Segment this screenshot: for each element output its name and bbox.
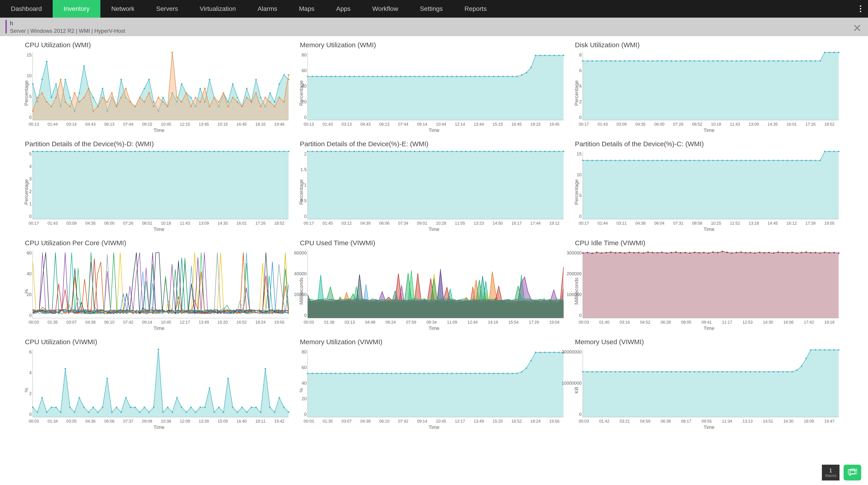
svg-point-129: [386, 76, 388, 77]
svg-point-442: [815, 252, 816, 253]
chart-box[interactable]: KB2000000010000000000:0301:4203:2104:590…: [573, 347, 845, 433]
chart-box[interactable]: Percentage21.510.5000:1701:4503:1204:390…: [298, 149, 570, 235]
svg-point-123: [358, 76, 360, 77]
svg-point-169: [587, 60, 588, 62]
svg-point-331: [544, 151, 546, 152]
svg-point-68: [88, 88, 89, 89]
svg-point-323: [507, 151, 508, 152]
nav-maps[interactable]: Maps: [288, 0, 325, 18]
svg-point-215: [801, 60, 802, 62]
svg-point-143: [451, 76, 453, 77]
panel-part_e: Partition Details of the Device(%)-E: (W…: [298, 138, 570, 235]
nav-apps[interactable]: Apps: [326, 0, 362, 18]
svg-point-350: [647, 160, 649, 161]
chart-box[interactable]: Percentage8642000:1701:4303:0904:3506:00…: [573, 50, 845, 136]
svg-point-395: [596, 252, 597, 253]
svg-point-147: [470, 76, 471, 77]
svg-point-537: [461, 373, 462, 374]
svg-point-605: [792, 371, 793, 373]
svg-point-299: [396, 151, 397, 152]
panel-cpu_used: CPU Used Time (VIWMI)Milliseconds6000040…: [298, 237, 570, 334]
nav-alarms[interactable]: Alarms: [247, 0, 288, 18]
svg-point-25: [148, 79, 150, 80]
chart-box[interactable]: Percentage15105000:1701:4403:1104:3806:0…: [573, 149, 845, 235]
nav-inventory[interactable]: Inventory: [53, 0, 100, 18]
svg-point-253: [167, 151, 168, 152]
svg-point-352: [656, 160, 658, 161]
chart-box[interactable]: Percentage15105000:1301:4403:1404:4306:1…: [23, 50, 295, 136]
plot-area: 604020000:0301:3503:0704:3806:1007:4209:…: [33, 250, 288, 318]
nav-settings[interactable]: Settings: [409, 0, 454, 18]
svg-point-421: [717, 252, 718, 253]
svg-point-200: [731, 60, 732, 62]
chart-box[interactable]: Percentage80604020000:1301:4303:1304:430…: [298, 50, 570, 136]
svg-point-280: [307, 151, 309, 152]
svg-point-190: [684, 60, 686, 62]
svg-point-166: [558, 55, 560, 56]
nav-servers[interactable]: Servers: [145, 0, 189, 18]
svg-point-222: [833, 52, 835, 53]
svg-point-65: [74, 92, 75, 94]
svg-point-160: [530, 67, 532, 68]
chart-box[interactable]: Milliseconds300000200000100000000:0301:4…: [573, 248, 845, 334]
alarms-badge[interactable]: 1 Alarms: [822, 465, 839, 481]
nav-dashboard[interactable]: Dashboard: [0, 0, 53, 18]
svg-point-576: [656, 371, 658, 373]
svg-point-197: [717, 60, 718, 62]
svg-point-507: [321, 373, 322, 374]
svg-point-49: [260, 97, 261, 98]
x-axis-label: Time: [154, 325, 164, 331]
x-ticks: 00:0301:3503:0704:3806:1007:4209:1410:45…: [308, 419, 563, 424]
svg-point-141: [442, 76, 443, 77]
svg-point-571: [633, 371, 635, 373]
x-ticks: 00:0301:3403:0504:3606:0607:3709:0810:38…: [33, 419, 288, 424]
svg-point-486: [209, 387, 210, 389]
svg-point-496: [255, 407, 257, 408]
chart-box[interactable]: %642000:0301:3403:0504:3606:0607:3709:08…: [23, 347, 295, 433]
svg-point-34: [190, 97, 192, 98]
svg-point-577: [661, 371, 663, 373]
svg-point-238: [97, 151, 99, 152]
chart-svg: [583, 250, 839, 318]
svg-point-69: [92, 110, 94, 111]
svg-point-606: [796, 369, 798, 371]
x-ticks: 00:0301:4203:2104:5906:3808:1709:5511:34…: [583, 419, 839, 424]
svg-point-488: [218, 407, 220, 408]
plot-area: 80604020000:1301:4303:1304:4306:1307:440…: [308, 53, 563, 120]
chat-button[interactable]: [844, 465, 861, 481]
svg-point-8: [69, 97, 71, 98]
chart-box[interactable]: Percentage54321000:1701:4303:0904:3506:0…: [23, 149, 295, 235]
svg-point-518: [372, 373, 374, 374]
svg-point-615: [838, 349, 839, 351]
svg-point-445: [829, 252, 830, 253]
svg-point-431: [763, 252, 765, 253]
nav-network[interactable]: Network: [100, 0, 145, 18]
svg-point-434: [777, 252, 779, 253]
svg-point-306: [428, 151, 430, 152]
svg-point-260: [199, 151, 201, 152]
kebab-menu-icon[interactable]: [853, 5, 868, 12]
svg-point-86: [172, 52, 173, 53]
svg-point-462: [97, 411, 99, 413]
svg-point-448: [32, 407, 33, 408]
nav-reports[interactable]: Reports: [454, 0, 497, 18]
svg-point-108: [274, 106, 275, 107]
svg-point-288: [344, 151, 346, 152]
svg-point-613: [829, 349, 830, 351]
panel-cpu_idle: CPU Idle Time (VIWMI)Milliseconds3000002…: [573, 237, 845, 334]
nav-workflow[interactable]: Workflow: [362, 0, 409, 18]
svg-point-252: [162, 151, 164, 152]
chart-box[interactable]: %80604020000:0301:3503:0704:3806:1007:42…: [298, 347, 570, 433]
svg-point-97: [223, 92, 224, 94]
svg-point-106: [265, 97, 266, 98]
chart-box[interactable]: %604020000:0301:3503:0704:3806:1007:4209…: [23, 248, 295, 334]
svg-point-285: [330, 151, 332, 152]
chart-box[interactable]: Milliseconds600004000020000000:0301:3803…: [298, 248, 570, 334]
x-ticks: 00:1701:4303:0904:3506:0007:2608:5210:18…: [33, 221, 288, 226]
close-icon[interactable]: ✕: [852, 22, 862, 34]
svg-point-305: [423, 151, 425, 152]
nav-virtualization[interactable]: Virtualization: [189, 0, 247, 18]
svg-point-268: [237, 151, 238, 152]
svg-point-307: [433, 151, 434, 152]
svg-point-77: [129, 101, 131, 103]
